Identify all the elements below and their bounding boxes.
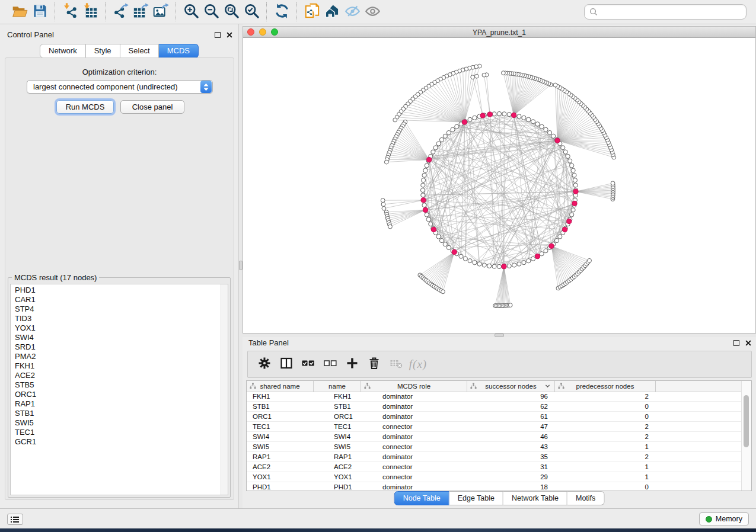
cell-successor_nodes[interactable]: 61 (467, 412, 555, 421)
cell-shared_name[interactable]: FKH1 (247, 392, 314, 401)
tab-edge-table[interactable]: Edge Table (449, 491, 503, 505)
cell-mcds_role[interactable]: dominator (361, 402, 467, 411)
cell-successor_nodes[interactable]: 47 (467, 422, 555, 431)
mcds-result-item[interactable]: STB5 (11, 380, 221, 390)
tab-node-table[interactable]: Node Table (394, 491, 449, 505)
tab-mcds[interactable]: MCDS (159, 44, 199, 58)
cell-predecessor_nodes[interactable]: 1 (555, 462, 656, 472)
optimization-criterion-select[interactable]: largest connected component (undirected) (27, 80, 213, 94)
column-header-shared-name[interactable]: shared name (247, 381, 314, 392)
cell-predecessor_nodes[interactable]: 0 (555, 402, 656, 411)
open-file-button[interactable] (9, 2, 30, 21)
save-session-button[interactable] (30, 2, 50, 21)
cell-successor_nodes[interactable]: 35 (467, 452, 555, 462)
cell-mcds_role[interactable]: dominator (361, 452, 467, 462)
hide-selected-button[interactable] (342, 2, 362, 21)
cell-name[interactable]: PHD1 (314, 482, 361, 491)
network-canvas[interactable] (243, 38, 755, 333)
tab-style[interactable]: Style (86, 44, 120, 58)
search-input[interactable] (601, 7, 741, 17)
cell-mcds_role[interactable]: dominator (361, 432, 467, 441)
mcds-result-item[interactable]: PMA2 (11, 352, 221, 361)
cell-mcds_role[interactable]: dominator (361, 412, 467, 421)
show-all-button[interactable] (362, 2, 382, 21)
float-table-panel-icon[interactable] (733, 340, 739, 346)
table-row[interactable]: PHD1PHD1dominator180 (247, 482, 742, 491)
function-builder-button[interactable]: f(x) (409, 355, 428, 374)
cell-name[interactable]: YOX1 (314, 472, 361, 482)
mcds-result-item[interactable]: GCR1 (11, 437, 221, 447)
table-scrollbar-thumb[interactable] (744, 395, 749, 447)
cell-predecessor_nodes[interactable]: 1 (555, 442, 656, 451)
memory-button[interactable]: Memory (699, 512, 749, 525)
task-history-button[interactable] (7, 514, 23, 525)
table-row[interactable]: RAP1RAP1dominator352 (247, 452, 742, 462)
cell-name[interactable]: TEC1 (314, 422, 361, 431)
mcds-result-item[interactable]: STB1 (11, 409, 221, 418)
tab-motifs[interactable]: Motifs (567, 491, 604, 505)
table-row[interactable]: TEC1TEC1connector472 (247, 422, 742, 432)
cell-successor_nodes[interactable]: 29 (467, 472, 555, 482)
cell-shared_name[interactable]: TEC1 (247, 422, 314, 431)
column-header-MCDS-role[interactable]: MCDS role (361, 381, 467, 392)
cell-successor_nodes[interactable]: 96 (467, 392, 555, 401)
refresh-view-button[interactable] (272, 2, 292, 21)
mcds-result-item[interactable]: FKH1 (11, 361, 221, 371)
export-network-button[interactable] (110, 2, 130, 21)
cell-predecessor_nodes[interactable]: 2 (555, 452, 656, 462)
cell-shared_name[interactable]: ACE2 (247, 462, 314, 472)
cell-shared_name[interactable]: SWI4 (247, 432, 314, 441)
cell-predecessor_nodes[interactable]: 1 (555, 472, 656, 482)
cell-mcds_role[interactable]: connector (361, 462, 467, 472)
table-row[interactable]: YOX1YOX1connector291 (247, 472, 742, 482)
zoom-out-button[interactable] (201, 2, 221, 21)
cell-shared_name[interactable]: STB1 (247, 402, 314, 411)
table-row[interactable]: SWI4SWI4dominator462 (247, 432, 742, 442)
delete-table-button[interactable] (387, 355, 406, 374)
mcds-result-item[interactable]: YOX1 (11, 323, 221, 333)
cell-name[interactable]: SWI4 (314, 432, 361, 441)
mcds-result-item[interactable]: SWI5 (11, 418, 221, 428)
toggle-column-button[interactable] (277, 355, 296, 374)
cell-shared_name[interactable]: ORC1 (247, 412, 314, 421)
mcds-list-scrollbar[interactable] (221, 284, 228, 495)
mcds-result-item[interactable]: ACE2 (11, 371, 221, 380)
mcds-result-item[interactable]: ORC1 (11, 390, 221, 399)
import-table-button[interactable] (80, 2, 100, 21)
cell-mcds_role[interactable]: connector (361, 442, 467, 451)
table-row[interactable]: ACE2ACE2connector311 (247, 462, 742, 472)
cell-predecessor_nodes[interactable]: 0 (555, 412, 656, 421)
close-panel-button[interactable]: Close panel (120, 100, 184, 114)
table-row[interactable]: ORC1ORC1dominator610 (247, 412, 742, 422)
cell-successor_nodes[interactable]: 31 (467, 462, 555, 472)
cell-shared_name[interactable]: PHD1 (247, 482, 314, 491)
cell-name[interactable]: SWI5 (314, 442, 361, 451)
tab-select[interactable]: Select (120, 44, 159, 58)
table-row[interactable]: STB1STB1dominator620 (247, 402, 742, 412)
table-row[interactable]: FKH1FKH1dominator962 (247, 392, 742, 402)
column-header-predecessor-nodes[interactable]: predecessor nodes (555, 381, 656, 392)
close-table-panel-icon[interactable] (745, 339, 751, 346)
float-panel-icon[interactable] (215, 32, 221, 38)
mcds-result-item[interactable]: TEC1 (11, 428, 221, 437)
run-mcds-button[interactable]: Run MCDS (56, 100, 114, 114)
cell-name[interactable]: STB1 (314, 402, 361, 411)
cell-successor_nodes[interactable]: 18 (467, 482, 555, 491)
zoom-selected-button[interactable] (241, 2, 261, 21)
settings-gear-button[interactable] (255, 355, 274, 374)
mcds-result-item[interactable]: STP4 (11, 305, 221, 314)
cell-name[interactable]: RAP1 (314, 452, 361, 462)
export-table-button[interactable] (130, 2, 151, 21)
cell-successor_nodes[interactable]: 62 (467, 402, 555, 411)
cell-name[interactable]: ORC1 (314, 412, 361, 421)
mcds-result-item[interactable]: SRD1 (11, 342, 221, 352)
cell-shared_name[interactable]: YOX1 (247, 472, 314, 482)
cell-mcds_role[interactable]: connector (361, 422, 467, 431)
cell-successor_nodes[interactable]: 43 (467, 442, 555, 451)
import-network-button[interactable] (60, 2, 80, 21)
mcds-result-item[interactable]: TID3 (11, 314, 221, 323)
cell-mcds_role[interactable]: dominator (361, 392, 467, 401)
cell-name[interactable]: ACE2 (314, 462, 361, 472)
table-scrollbar[interactable] (741, 381, 751, 491)
tab-network-table[interactable]: Network Table (503, 491, 567, 505)
